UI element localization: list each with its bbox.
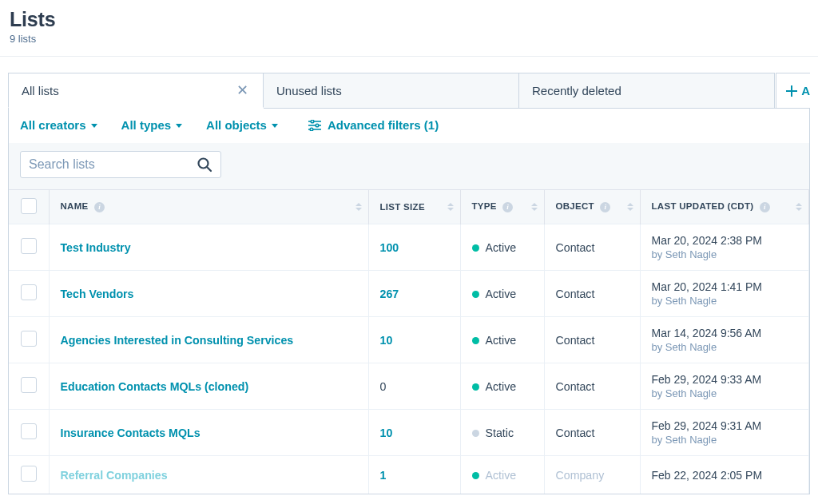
cell-size: 267	[368, 271, 460, 317]
column-header-updated[interactable]: LAST UPDATED (CDT) i	[640, 190, 809, 224]
cell-checkbox	[9, 363, 49, 410]
filters-bar: All creators All types All objects Advan…	[9, 109, 809, 143]
cell-type: Active	[460, 317, 544, 363]
filter-objects[interactable]: All objects	[206, 118, 278, 132]
cell-name: Agencies Interested in Consulting Servic…	[49, 317, 368, 363]
type-label: Active	[486, 380, 517, 393]
table-row: Referral Companies1ActiveCompanyFeb 22, …	[9, 456, 809, 494]
cell-name: Tech Vendors	[49, 271, 368, 317]
list-name-link[interactable]: Referral Companies	[61, 469, 168, 482]
cell-type: Active	[460, 271, 544, 317]
tab-all-lists[interactable]: All lists ✕	[8, 73, 264, 108]
cell-checkbox	[9, 271, 49, 317]
page-title: Lists	[10, 8, 808, 31]
filter-types[interactable]: All types	[121, 118, 183, 132]
close-icon[interactable]: ✕	[235, 83, 250, 97]
sort-icon[interactable]	[627, 203, 633, 211]
cell-size: 1	[368, 456, 460, 494]
row-checkbox[interactable]	[21, 466, 37, 482]
cell-updated: Feb 22, 2024 2:05 PM	[640, 456, 809, 494]
sort-icon[interactable]	[447, 203, 454, 211]
search-icon[interactable]	[197, 157, 212, 173]
column-header-type[interactable]: TYPE i	[460, 190, 544, 224]
svg-point-3	[316, 124, 319, 127]
list-name-link[interactable]: Tech Vendors	[61, 288, 134, 300]
object-label: Contact	[556, 427, 595, 439]
search-row	[9, 143, 809, 189]
cell-object: Contact	[544, 317, 640, 363]
sort-icon[interactable]	[531, 203, 538, 211]
object-label: Contact	[556, 380, 595, 393]
svg-line-7	[207, 167, 211, 171]
cell-name: Education Contacts MQLs (cloned)	[49, 363, 368, 410]
list-name-link[interactable]: Insurance Contacts MQLs	[61, 427, 201, 439]
column-header-name[interactable]: NAME i	[49, 190, 368, 224]
table-header-row: NAME i LIST SIZE TYPE i OBJECT i	[9, 190, 809, 224]
object-label: Company	[556, 469, 605, 482]
chevron-down-icon	[176, 124, 182, 128]
info-icon[interactable]: i	[94, 202, 105, 212]
list-size-value[interactable]: 267	[380, 288, 399, 300]
updated-timestamp: Mar 20, 2024 1:41 PM	[652, 280, 798, 293]
status-dot-icon	[472, 337, 479, 344]
list-size-value[interactable]: 10	[380, 427, 393, 439]
cell-object: Contact	[544, 224, 640, 271]
cell-checkbox	[9, 456, 49, 494]
cell-type: Active	[460, 224, 544, 271]
cell-name: Referral Companies	[49, 456, 368, 494]
list-name-link[interactable]: Test Industry	[61, 241, 131, 254]
cell-type: Static	[460, 410, 544, 456]
list-name-link[interactable]: Agencies Interested in Consulting Servic…	[61, 334, 294, 347]
object-label: Contact	[556, 241, 595, 254]
column-header-object[interactable]: OBJECT i	[544, 190, 640, 224]
select-all-checkbox[interactable]	[21, 198, 37, 214]
list-size-value[interactable]: 1	[380, 469, 387, 482]
lists-table: NAME i LIST SIZE TYPE i OBJECT i	[9, 189, 809, 494]
cell-size: 10	[368, 317, 460, 363]
row-checkbox[interactable]	[21, 377, 37, 393]
svg-point-5	[310, 128, 313, 131]
tab-recently-deleted[interactable]: Recently deleted	[519, 73, 775, 108]
cell-updated: Mar 14, 2024 9:56 AMby Seth Nagle	[640, 317, 809, 363]
row-checkbox[interactable]	[21, 423, 37, 439]
status-dot-icon	[472, 430, 479, 437]
advanced-filters-button[interactable]: Advanced filters (1)	[308, 118, 439, 132]
search-input[interactable]	[29, 157, 197, 172]
list-size-value: 0	[380, 380, 387, 393]
info-icon[interactable]: i	[502, 202, 513, 212]
chevron-down-icon	[91, 124, 97, 128]
column-label: NAME	[61, 201, 89, 211]
list-name-link[interactable]: Education Contacts MQLs (cloned)	[61, 380, 249, 393]
status-dot-icon	[472, 291, 479, 298]
list-size-value[interactable]: 10	[380, 334, 393, 347]
cell-type: Active	[460, 363, 544, 410]
cell-name: Test Industry	[49, 224, 368, 271]
info-icon[interactable]: i	[600, 202, 610, 212]
cell-updated: Mar 20, 2024 1:41 PMby Seth Nagle	[640, 271, 809, 317]
type-label: Active	[486, 288, 517, 300]
column-header-size[interactable]: LIST SIZE	[368, 190, 460, 224]
filter-creators[interactable]: All creators	[20, 118, 97, 132]
type-label: Static	[486, 427, 514, 439]
updated-timestamp: Feb 22, 2024 2:05 PM	[652, 469, 798, 482]
tab-unused-lists[interactable]: Unused lists	[264, 73, 519, 108]
tab-label: Recently deleted	[532, 84, 621, 97]
plus-icon	[786, 85, 797, 97]
row-checkbox[interactable]	[21, 331, 37, 347]
cell-name: Insurance Contacts MQLs	[49, 410, 368, 456]
row-checkbox[interactable]	[21, 284, 37, 300]
updated-by: by Seth Nagle	[652, 295, 798, 307]
add-view-button[interactable]: A	[776, 73, 810, 108]
sort-icon[interactable]	[355, 203, 362, 211]
row-checkbox[interactable]	[21, 238, 37, 254]
column-label: TYPE	[472, 201, 497, 211]
updated-timestamp: Mar 20, 2024 2:38 PM	[652, 234, 798, 247]
type-label: Active	[486, 469, 517, 482]
svg-point-1	[311, 120, 314, 123]
cell-updated: Mar 20, 2024 2:38 PMby Seth Nagle	[640, 224, 809, 271]
sort-icon[interactable]	[796, 203, 802, 211]
info-icon[interactable]: i	[760, 202, 770, 212]
list-size-value[interactable]: 100	[380, 241, 399, 254]
cell-object: Company	[544, 456, 640, 494]
updated-by: by Seth Nagle	[652, 248, 798, 260]
